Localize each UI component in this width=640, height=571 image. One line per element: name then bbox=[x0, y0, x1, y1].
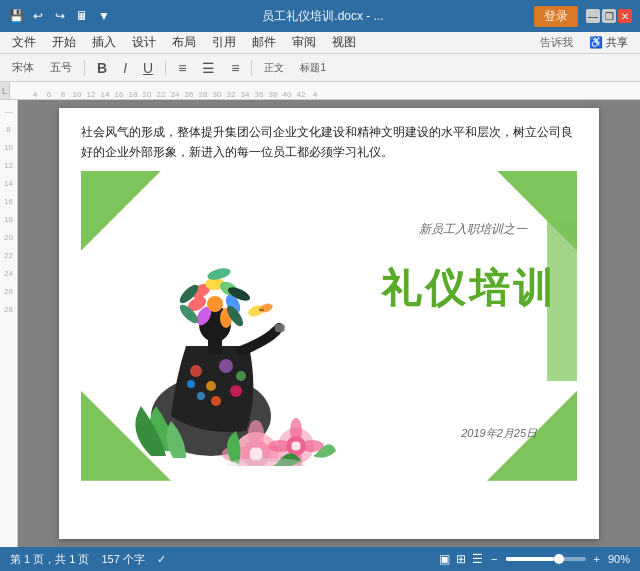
cover-image: 新员工入职培训之一 礼仪培训 2019年2月25日 bbox=[81, 171, 577, 481]
menu-design[interactable]: 设计 bbox=[126, 33, 162, 52]
ruler-mark: 36 bbox=[252, 90, 266, 99]
ruler-mark: 38 bbox=[266, 90, 280, 99]
menu-insert[interactable]: 插入 bbox=[86, 33, 122, 52]
ruler-mark: 42 bbox=[294, 90, 308, 99]
document-top-text: 社会风气的形成，整体提升集团公司企业文化建设和精神文明建设的水平和层次，树立公司… bbox=[81, 122, 577, 163]
ruler-mark: 4 bbox=[308, 90, 322, 99]
ruler-mark: 30 bbox=[210, 90, 224, 99]
ruler-left-mark: 26 bbox=[4, 282, 13, 300]
style-heading[interactable]: 标题1 bbox=[296, 59, 330, 77]
svg-point-5 bbox=[230, 385, 242, 397]
ruler-left-mark: 10 bbox=[4, 138, 13, 156]
ruler-left-mark: 16 bbox=[4, 192, 13, 210]
svg-point-39 bbox=[291, 441, 301, 451]
status-right: ▣ ⊞ ☰ − + 90% bbox=[439, 552, 630, 566]
main-title-text: 礼仪培训 bbox=[381, 261, 557, 316]
ruler-mark: 8 bbox=[56, 90, 70, 99]
zoom-minus-button[interactable]: − bbox=[491, 553, 497, 565]
svg-point-42 bbox=[268, 440, 292, 452]
save-icon[interactable]: 🖩 bbox=[74, 8, 90, 24]
ruler-mark: 24 bbox=[168, 90, 182, 99]
read-layout-icon[interactable]: ☰ bbox=[472, 552, 483, 566]
bold-icon[interactable]: B bbox=[93, 58, 111, 78]
style-normal[interactable]: 正文 bbox=[260, 59, 288, 77]
font-name[interactable]: 宋体 bbox=[8, 58, 38, 77]
ruler-left-mark: 20 bbox=[4, 228, 13, 246]
align-left-icon[interactable]: ≡ bbox=[174, 58, 190, 78]
restore-button[interactable]: ❐ bbox=[602, 9, 616, 23]
ruler-mark: 6 bbox=[42, 90, 56, 99]
menu-home[interactable]: 开始 bbox=[46, 33, 82, 52]
ruler-mark: 18 bbox=[126, 90, 140, 99]
svg-point-8 bbox=[236, 371, 246, 381]
ruler-mark: 22 bbox=[154, 90, 168, 99]
web-layout-icon[interactable]: ⊞ bbox=[456, 552, 466, 566]
ruler-left-mark: 24 bbox=[4, 264, 13, 282]
title-bar-left-controls: 💾 ↩ ↪ 🖩 ▼ bbox=[8, 8, 112, 24]
ruler-left-mark: — bbox=[5, 102, 13, 120]
menu-file[interactable]: 文件 bbox=[6, 33, 42, 52]
illustration bbox=[91, 181, 351, 471]
svg-point-7 bbox=[187, 380, 195, 388]
ruler-left-mark: 14 bbox=[4, 174, 13, 192]
zoom-slider[interactable] bbox=[506, 557, 586, 561]
word-icon: 💾 bbox=[8, 8, 24, 24]
redo-icon[interactable]: ↪ bbox=[52, 8, 68, 24]
ruler-mark: 40 bbox=[280, 90, 294, 99]
ruler-mark: 32 bbox=[224, 90, 238, 99]
share-button[interactable]: ♿ 共享 bbox=[583, 34, 634, 51]
customize-icon[interactable]: ▼ bbox=[96, 8, 112, 24]
menu-references[interactable]: 引用 bbox=[206, 33, 242, 52]
font-size[interactable]: 五号 bbox=[46, 58, 76, 77]
menu-review[interactable]: 审阅 bbox=[286, 33, 322, 52]
ruler-mark: 14 bbox=[98, 90, 112, 99]
svg-point-1 bbox=[190, 365, 202, 377]
subtitle-text: 新员工入职培训之一 bbox=[419, 221, 527, 238]
tell-me-menu[interactable]: 告诉我 bbox=[534, 34, 579, 51]
login-button[interactable]: 登录 bbox=[534, 6, 578, 27]
align-center-icon[interactable]: ☰ bbox=[198, 58, 219, 78]
undo-icon[interactable]: ↩ bbox=[30, 8, 46, 24]
ruler-mark: 34 bbox=[238, 90, 252, 99]
ruler-mark: 4 bbox=[28, 90, 42, 99]
toolbar-separator-2 bbox=[165, 60, 166, 76]
align-right-icon[interactable]: ≡ bbox=[227, 58, 243, 78]
date-text: 2019年2月25日 bbox=[461, 426, 537, 441]
document-area: 社会风气的形成，整体提升集团公司企业文化建设和精神文明建设的水平和层次，树立公司… bbox=[18, 100, 640, 547]
toolbar-separator-3 bbox=[251, 60, 252, 76]
document-page: 社会风气的形成，整体提升集团公司企业文化建设和精神文明建设的水平和层次，树立公司… bbox=[59, 108, 599, 539]
window-title: 员工礼仪培训.docx - ... bbox=[112, 8, 534, 25]
menu-mailings[interactable]: 邮件 bbox=[246, 33, 282, 52]
close-button[interactable]: ✕ bbox=[618, 9, 632, 23]
ruler-mark: 10 bbox=[70, 90, 84, 99]
svg-point-33 bbox=[248, 420, 264, 448]
status-left: 第 1 页，共 1 页 157 个字 ✓ bbox=[10, 552, 166, 567]
underline-icon[interactable]: U bbox=[139, 58, 157, 78]
title-bar: 💾 ↩ ↪ 🖩 ▼ 员工礼仪培训.docx - ... 登录 — ❐ ✕ bbox=[0, 0, 640, 32]
menu-layout[interactable]: 布局 bbox=[166, 33, 202, 52]
ruler-left-mark: 22 bbox=[4, 246, 13, 264]
ruler-mark: 20 bbox=[140, 90, 154, 99]
word-count: 157 个字 bbox=[101, 552, 144, 567]
ruler-marks: 4 6 8 10 12 14 16 18 20 22 24 26 28 30 3… bbox=[28, 82, 322, 99]
status-bar: 第 1 页，共 1 页 157 个字 ✓ ▣ ⊞ ☰ − + 90% bbox=[0, 547, 640, 571]
ruler-top: L 4 6 8 10 12 14 16 18 20 22 24 26 28 30… bbox=[0, 82, 640, 100]
print-layout-icon[interactable]: ▣ bbox=[439, 552, 450, 566]
ruler-mark: 16 bbox=[112, 90, 126, 99]
svg-point-26 bbox=[207, 296, 223, 312]
svg-rect-10 bbox=[275, 324, 285, 332]
page-info: 第 1 页，共 1 页 bbox=[10, 552, 89, 567]
menu-view[interactable]: 视图 bbox=[326, 33, 362, 52]
zoom-plus-button[interactable]: + bbox=[594, 553, 600, 565]
minimize-button[interactable]: — bbox=[586, 9, 600, 23]
view-icons: ▣ ⊞ ☰ bbox=[439, 552, 483, 566]
ruler-left: — 8 10 12 14 16 18 20 22 24 26 28 bbox=[0, 100, 18, 547]
ruler-mark: 26 bbox=[182, 90, 196, 99]
svg-point-40 bbox=[290, 418, 302, 442]
window-controls: — ❐ ✕ bbox=[586, 9, 632, 23]
toolbar: 宋体 五号 B I U ≡ ☰ ≡ 正文 标题1 bbox=[0, 54, 640, 82]
ruler-left-mark: 18 bbox=[4, 210, 13, 228]
italic-icon[interactable]: I bbox=[119, 58, 131, 78]
menu-bar: 文件 开始 插入 设计 布局 引用 邮件 审阅 视图 告诉我 ♿ 共享 bbox=[0, 32, 640, 54]
ruler-left-mark: 28 bbox=[4, 300, 13, 318]
